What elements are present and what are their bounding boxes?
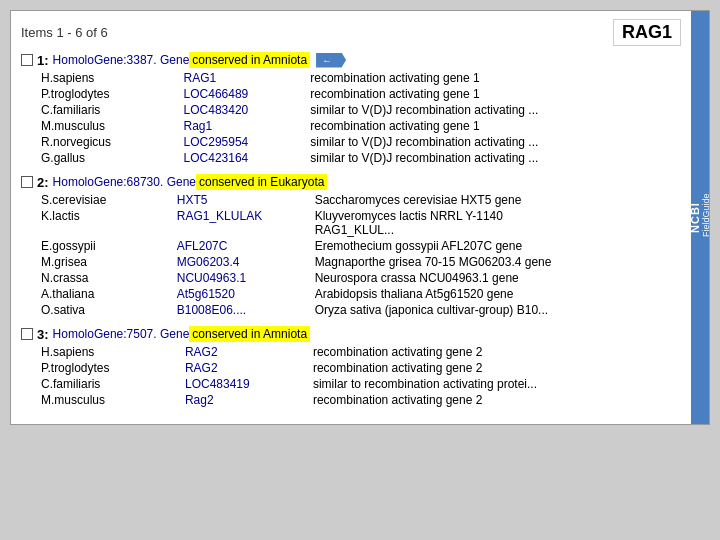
col-species: R.norvegicus [41,134,184,150]
col-id: RAG1_KLULAK [177,208,315,238]
data-table-3: H.sapiensRAG2recombination activating ge… [41,344,681,408]
gene-id-link[interactable]: B1008E06.... [177,303,246,317]
col-species: H.sapiens [41,344,185,360]
checkbox-group-2[interactable] [21,176,33,188]
col-species: G.gallus [41,150,184,166]
table-row: M.musculusRag2recombination activating g… [41,392,681,408]
col-species: S.cerevisiae [41,192,177,208]
gene-id-link[interactable]: RAG1_KLULAK [177,209,262,223]
arrow-badge-1: ← [316,53,346,68]
col-desc: recombination activating gene 2 [313,344,681,360]
header-row: Items 1 - 6 of 6 RAG1 [21,19,681,46]
col-species: C.familiaris [41,102,184,118]
group-3: 3:HomoloGene:7507. Gene conserved in Amn… [21,326,681,408]
col-id: Rag2 [185,392,313,408]
table-row: G.gallusLOC423164similar to V(D)J recomb… [41,150,681,166]
table-row: H.sapiensRAG2recombination activating ge… [41,344,681,360]
table-row: R.norvegicusLOC295954similar to V(D)J re… [41,134,681,150]
col-id: Rag1 [184,118,311,134]
table-row: H.sapiensRAG1recombination activating ge… [41,70,681,86]
gene-id-link[interactable]: LOC466489 [184,87,249,101]
col-desc: Saccharomyces cerevisiae HXT5 gene [315,192,681,208]
table-row: K.lactisRAG1_KLULAKKluyveromyces lactis … [41,208,681,238]
gene-id-link[interactable]: RAG2 [185,345,218,359]
col-desc: similar to V(D)J recombination activatin… [310,150,681,166]
col-species: P.troglodytes [41,86,184,102]
col-desc: Eremothecium gossypii AFL207C gene [315,238,681,254]
gene-id-link[interactable]: Rag2 [185,393,214,407]
col-id: LOC466489 [184,86,311,102]
gene-id-link[interactable]: LOC483420 [184,103,249,117]
group-header-2: 2:HomoloGene:68730. Gene conserved in Eu… [21,174,681,190]
col-desc: recombination activating gene 2 [313,360,681,376]
homolo-link-3[interactable]: HomoloGene:7507. Gene [53,327,190,341]
gene-label-2: conserved in Eukaryota [196,174,327,190]
col-id: RAG1 [184,70,311,86]
ncbi-label: NCBI [689,202,701,233]
col-id: LOC423164 [184,150,311,166]
col-desc: Neurospora crassa NCU04963.1 gene [315,270,681,286]
col-id: RAG2 [185,344,313,360]
checkbox-group-1[interactable] [21,54,33,66]
col-id: MG06203.4 [177,254,315,270]
group-header-1: 1:HomoloGene:3387. Gene conserved in Amn… [21,52,681,68]
gene-id-link[interactable]: RAG2 [185,361,218,375]
col-desc: similar to recombination activating prot… [313,376,681,392]
col-species: K.lactis [41,208,177,238]
table-row: N.crassaNCU04963.1Neurospora crassa NCU0… [41,270,681,286]
col-species: H.sapiens [41,70,184,86]
content-area: Items 1 - 6 of 6 RAG1 1:HomoloGene:3387.… [11,11,691,424]
col-species: E.gossypii [41,238,177,254]
ncbi-sublabel: FieldGuide [701,194,711,238]
col-species: O.sativa [41,302,177,318]
col-id: RAG2 [185,360,313,376]
col-desc: Magnaporthe grisea 70-15 MG06203.4 gene [315,254,681,270]
gene-id-link[interactable]: LOC483419 [185,377,250,391]
col-id: B1008E06.... [177,302,315,318]
table-row: M.griseaMG06203.4Magnaporthe grisea 70-1… [41,254,681,270]
gene-id-link[interactable]: MG06203.4 [177,255,240,269]
rag1-badge: RAG1 [613,19,681,46]
group-num-1: 1: [37,53,49,68]
col-species: A.thaliana [41,286,177,302]
homolo-link-1[interactable]: HomoloGene:3387. Gene [53,53,190,67]
group-header-3: 3:HomoloGene:7507. Gene conserved in Amn… [21,326,681,342]
col-id: LOC483419 [185,376,313,392]
col-desc: recombination activating gene 1 [310,86,681,102]
col-desc: recombination activating gene 2 [313,392,681,408]
gene-id-link[interactable]: HXT5 [177,193,208,207]
homolo-link-2[interactable]: HomoloGene:68730. Gene [53,175,196,189]
gene-id-link[interactable]: At5g61520 [177,287,235,301]
col-desc: Kluyveromyces lactis NRRL Y-1140 RAG1_KL… [315,208,681,238]
groups-container: 1:HomoloGene:3387. Gene conserved in Amn… [21,52,681,408]
group-2: 2:HomoloGene:68730. Gene conserved in Eu… [21,174,681,318]
table-row: E.gossypiiAFL207CEremothecium gossypii A… [41,238,681,254]
table-row: O.sativaB1008E06....Oryza sativa (japoni… [41,302,681,318]
gene-id-link[interactable]: AFL207C [177,239,228,253]
col-desc: similar to V(D)J recombination activatin… [310,134,681,150]
group-1: 1:HomoloGene:3387. Gene conserved in Amn… [21,52,681,166]
data-table-1: H.sapiensRAG1recombination activating ge… [41,70,681,166]
col-desc: recombination activating gene 1 [310,118,681,134]
col-species: C.familiaris [41,376,185,392]
col-species: N.crassa [41,270,177,286]
col-id: AFL207C [177,238,315,254]
col-species: M.grisea [41,254,177,270]
table-row: C.familiarisLOC483419similar to recombin… [41,376,681,392]
gene-id-link[interactable]: LOC295954 [184,135,249,149]
checkbox-group-3[interactable] [21,328,33,340]
gene-id-link[interactable]: NCU04963.1 [177,271,246,285]
col-desc: recombination activating gene 1 [310,70,681,86]
gene-id-link[interactable]: Rag1 [184,119,213,133]
ncbi-sidebar: NCBI FieldGuide [691,11,709,424]
table-row: A.thalianaAt5g61520Arabidopsis thaliana … [41,286,681,302]
gene-id-link[interactable]: RAG1 [184,71,217,85]
col-id: HXT5 [177,192,315,208]
gene-id-link[interactable]: LOC423164 [184,151,249,165]
col-species: M.musculus [41,392,185,408]
gene-label-3: conserved in Amniota [189,326,310,342]
items-count: Items 1 - 6 of 6 [21,25,108,40]
col-species: M.musculus [41,118,184,134]
col-desc: Oryza sativa (japonica cultivar-group) B… [315,302,681,318]
data-table-2: S.cerevisiaeHXT5Saccharomyces cerevisiae… [41,192,681,318]
